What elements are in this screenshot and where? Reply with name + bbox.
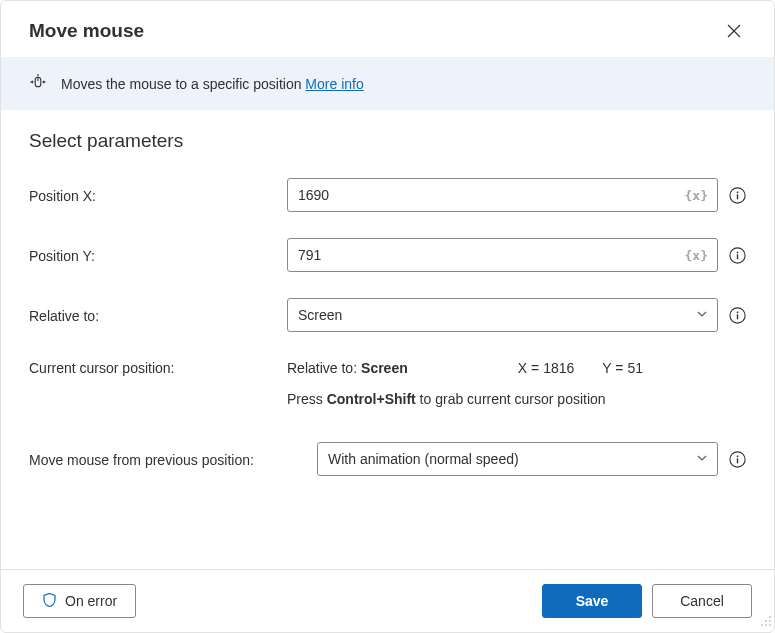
row-position-y: Position Y: {x} bbox=[29, 238, 746, 272]
move-mouse-dialog: Move mouse Moves the mouse to a specific… bbox=[0, 0, 775, 633]
svg-rect-10 bbox=[736, 254, 737, 259]
insert-variable-button[interactable]: {x} bbox=[681, 246, 712, 265]
row-relative-to: Relative to: Screen bbox=[29, 298, 746, 332]
move-from-select[interactable]: With animation (normal speed) bbox=[317, 442, 718, 476]
position-x-input[interactable] bbox=[287, 178, 718, 212]
banner-text: Moves the mouse to a specific position M… bbox=[61, 76, 364, 92]
cursor-relative-value: Screen bbox=[361, 358, 408, 379]
mouse-target-icon bbox=[29, 73, 47, 94]
svg-rect-16 bbox=[736, 458, 737, 463]
position-y-input[interactable] bbox=[287, 238, 718, 272]
row-current-cursor: Current cursor position: Relative to: Sc… bbox=[29, 358, 746, 410]
dialog-header: Move mouse bbox=[1, 1, 774, 57]
shield-icon bbox=[42, 592, 57, 611]
label-position-x: Position X: bbox=[29, 186, 287, 204]
svg-rect-7 bbox=[736, 194, 737, 199]
label-move-from: Move mouse from previous position: bbox=[29, 450, 317, 468]
svg-point-15 bbox=[736, 455, 738, 457]
section-heading: Select parameters bbox=[29, 130, 746, 152]
svg-rect-13 bbox=[736, 314, 737, 319]
svg-point-21 bbox=[765, 624, 767, 626]
svg-point-20 bbox=[761, 624, 763, 626]
info-icon[interactable] bbox=[728, 450, 746, 468]
row-move-from: Move mouse from previous position: With … bbox=[29, 442, 746, 476]
insert-variable-button[interactable]: {x} bbox=[681, 186, 712, 205]
svg-point-6 bbox=[736, 191, 738, 193]
more-info-link[interactable]: More info bbox=[305, 76, 363, 92]
svg-point-22 bbox=[769, 624, 771, 626]
label-position-y: Position Y: bbox=[29, 246, 287, 264]
close-button[interactable] bbox=[722, 19, 746, 43]
label-relative-to: Relative to: bbox=[29, 306, 287, 324]
cursor-x-value: 1816 bbox=[543, 358, 574, 379]
close-icon bbox=[727, 24, 741, 38]
label-current-cursor: Current cursor position: bbox=[29, 358, 287, 376]
info-banner: Moves the mouse to a specific position M… bbox=[1, 57, 774, 110]
svg-point-9 bbox=[736, 251, 738, 253]
on-error-button[interactable]: On error bbox=[23, 584, 136, 618]
relative-to-select[interactable]: Screen bbox=[287, 298, 718, 332]
cursor-hint: Press Control+Shift to grab current curs… bbox=[287, 389, 643, 410]
save-button[interactable]: Save bbox=[542, 584, 642, 618]
cancel-button[interactable]: Cancel bbox=[652, 584, 752, 618]
row-position-x: Position X: {x} bbox=[29, 178, 746, 212]
dialog-content: Select parameters Position X: {x} Positi… bbox=[1, 110, 774, 569]
svg-point-19 bbox=[769, 620, 771, 622]
cursor-y-value: 51 bbox=[627, 358, 643, 379]
svg-point-12 bbox=[736, 311, 738, 313]
svg-point-18 bbox=[765, 620, 767, 622]
info-icon[interactable] bbox=[728, 246, 746, 264]
dialog-title: Move mouse bbox=[29, 20, 144, 42]
cursor-info: Relative to: Screen X = 1816 Y = 51 bbox=[287, 358, 643, 410]
info-icon[interactable] bbox=[728, 186, 746, 204]
info-icon[interactable] bbox=[728, 306, 746, 324]
resize-grip-icon[interactable] bbox=[759, 614, 772, 630]
dialog-footer: On error Save Cancel bbox=[1, 569, 774, 632]
svg-point-17 bbox=[769, 616, 771, 618]
